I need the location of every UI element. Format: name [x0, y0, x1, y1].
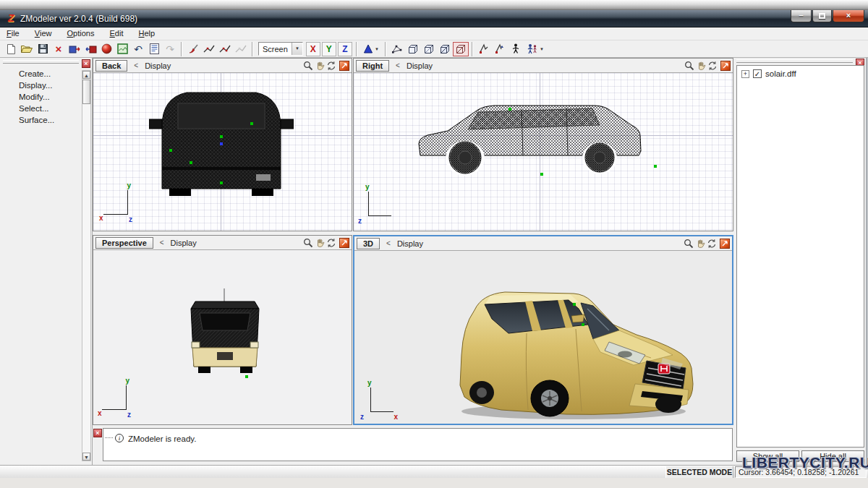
- visibility-checkbox[interactable]: ✓: [753, 69, 762, 78]
- panel-grip[interactable]: [736, 59, 853, 63]
- maximize-viewport-icon[interactable]: [720, 61, 731, 71]
- log-view-button[interactable]: [146, 42, 162, 56]
- z-axis-toggle-button[interactable]: Z: [338, 42, 352, 56]
- viewport-3d-canvas[interactable]: y z x: [354, 251, 732, 424]
- car-rendered-3d-view: [440, 283, 697, 424]
- log-close-button[interactable]: ×: [93, 429, 102, 437]
- status-bar: SELECTED MODE Cursor: 3.66454; 0.18258; …: [0, 465, 868, 478]
- gizmo-cone-button[interactable]: ▼: [360, 42, 382, 56]
- sidebar-item-create[interactable]: Create...: [0, 68, 80, 80]
- open-file-button[interactable]: [19, 42, 35, 56]
- rotate-view-icon[interactable]: [706, 238, 718, 249]
- car-wireframe-side-view: [413, 89, 670, 179]
- delete-button[interactable]: ×: [51, 42, 67, 56]
- sidebar-item-display[interactable]: Display...: [0, 80, 80, 91]
- viewport-display-menu[interactable]: Display: [145, 61, 171, 70]
- viewport-perspective-header: Perspective < Display: [93, 236, 352, 250]
- import-button[interactable]: [67, 42, 82, 56]
- car-wireframe-back-view: [149, 82, 294, 205]
- local-axes-tool-button[interactable]: [476, 42, 492, 56]
- sidebar-menu: Create... Display... Modify... Select...…: [0, 68, 80, 126]
- sidebar-item-surface[interactable]: Surface...: [0, 114, 80, 126]
- viewport-display-menu[interactable]: Display: [171, 239, 197, 247]
- rotate-view-icon[interactable]: [707, 60, 718, 71]
- viewport-perspective-canvas[interactable]: y x z: [93, 250, 352, 424]
- edges-mode-button[interactable]: [405, 42, 421, 56]
- menu-help[interactable]: Help: [132, 27, 162, 39]
- pan-hand-icon[interactable]: [314, 60, 326, 71]
- new-file-button[interactable]: [3, 42, 19, 56]
- vertex-move-tool-button[interactable]: [201, 42, 217, 56]
- zoom-icon[interactable]: [684, 60, 695, 71]
- undo-button[interactable]: ↶: [130, 42, 146, 56]
- scrollbar-thumb[interactable]: [82, 80, 90, 104]
- maximize-viewport-icon[interactable]: [339, 61, 349, 71]
- tree-item-label[interactable]: solair.dff: [765, 69, 796, 78]
- texture-browser-button[interactable]: [114, 42, 130, 56]
- viewport-display-menu[interactable]: Display: [397, 239, 423, 248]
- viewport-right-view-button[interactable]: Right: [356, 60, 389, 72]
- tree-item-solair[interactable]: + ✓ solair.dff: [737, 66, 864, 78]
- maximize-viewport-icon[interactable]: [339, 238, 349, 248]
- menu-file[interactable]: File: [0, 27, 26, 39]
- export-button[interactable]: [82, 42, 98, 56]
- zoom-icon[interactable]: [302, 60, 314, 71]
- save-file-button[interactable]: [35, 42, 51, 56]
- menu-view[interactable]: View: [28, 27, 59, 39]
- dropdown-arrow-icon: ▼: [292, 43, 302, 55]
- pan-hand-icon[interactable]: [314, 237, 326, 248]
- sidebar-item-modify[interactable]: Modify...: [0, 91, 80, 103]
- toolbar-separator: [252, 42, 253, 56]
- objects-mode-button-selected[interactable]: [453, 42, 469, 56]
- message-log[interactable]: i ZModeler is ready.: [103, 428, 733, 461]
- viewport-3d-header: 3D < Display: [354, 236, 732, 251]
- x-axis-toggle-button[interactable]: X: [306, 42, 320, 56]
- maximize-button[interactable]: [812, 10, 832, 22]
- menu-options[interactable]: Options: [61, 27, 101, 39]
- tools-sidebar: × Create... Display... Modify... Select.…: [0, 58, 93, 465]
- minimize-button[interactable]: –: [791, 10, 812, 22]
- vertices-mode-button[interactable]: [389, 42, 405, 56]
- scroll-up-button[interactable]: ▲: [82, 71, 90, 79]
- viewport-collapse-arrow[interactable]: <: [134, 61, 138, 69]
- viewport-display-menu[interactable]: Display: [407, 61, 433, 70]
- scene-tree[interactable]: + ✓ solair.dff: [736, 65, 864, 448]
- sidebar-grip[interactable]: [3, 60, 79, 64]
- viewport-collapse-arrow[interactable]: <: [396, 61, 400, 69]
- zoom-icon[interactable]: [683, 238, 694, 249]
- viewport-perspective-view-button[interactable]: Perspective: [95, 237, 153, 249]
- scroll-down-button[interactable]: ▼: [82, 453, 90, 461]
- sidebar-scrollbar[interactable]: ▲ ▼: [82, 70, 91, 461]
- sidebar-item-select[interactable]: Select...: [0, 103, 80, 114]
- viewport-back-view-button[interactable]: Back: [95, 60, 127, 72]
- menu-edit[interactable]: Edit: [103, 27, 130, 39]
- rotate-view-icon[interactable]: [326, 60, 337, 71]
- log-message: ZModeler is ready.: [128, 435, 196, 443]
- y-axis-toggle-button[interactable]: Y: [322, 42, 336, 56]
- bones-group-button[interactable]: ▼: [524, 42, 547, 56]
- info-icon: i: [115, 434, 124, 442]
- zoom-icon[interactable]: [302, 237, 314, 248]
- material-editor-button[interactable]: [98, 42, 114, 56]
- maximize-viewport-icon[interactable]: [720, 239, 730, 249]
- viewport-right-canvas[interactable]: y z: [354, 73, 733, 231]
- viewport-collapse-arrow[interactable]: <: [386, 239, 391, 247]
- polygons-mode-button[interactable]: [437, 42, 453, 56]
- scene-nodes-panel: × + ✓ solair.dff Show all Hide all: [733, 58, 866, 465]
- viewport-back: Back < Display: [93, 58, 352, 231]
- viewport-back-canvas[interactable]: y x z: [93, 73, 352, 231]
- skeleton-mode-button[interactable]: [508, 42, 524, 56]
- pan-hand-icon[interactable]: [694, 238, 706, 249]
- rotate-view-icon[interactable]: [326, 237, 337, 248]
- pivot-tool-button[interactable]: [492, 42, 508, 56]
- tree-expand-icon[interactable]: +: [741, 70, 749, 78]
- viewport-collapse-arrow[interactable]: <: [160, 239, 164, 247]
- pan-hand-icon[interactable]: [695, 60, 707, 71]
- paint-select-tool-button[interactable]: [185, 42, 201, 56]
- vertex-weld-tool-button[interactable]: [217, 42, 233, 56]
- viewport-3d-view-button[interactable]: 3D: [357, 238, 380, 249]
- screen-axis-select[interactable]: Screen ▼: [258, 42, 303, 56]
- sidebar-close-button[interactable]: ×: [82, 59, 90, 68]
- close-button[interactable]: ×: [833, 10, 864, 22]
- faces-mode-button[interactable]: [421, 42, 437, 56]
